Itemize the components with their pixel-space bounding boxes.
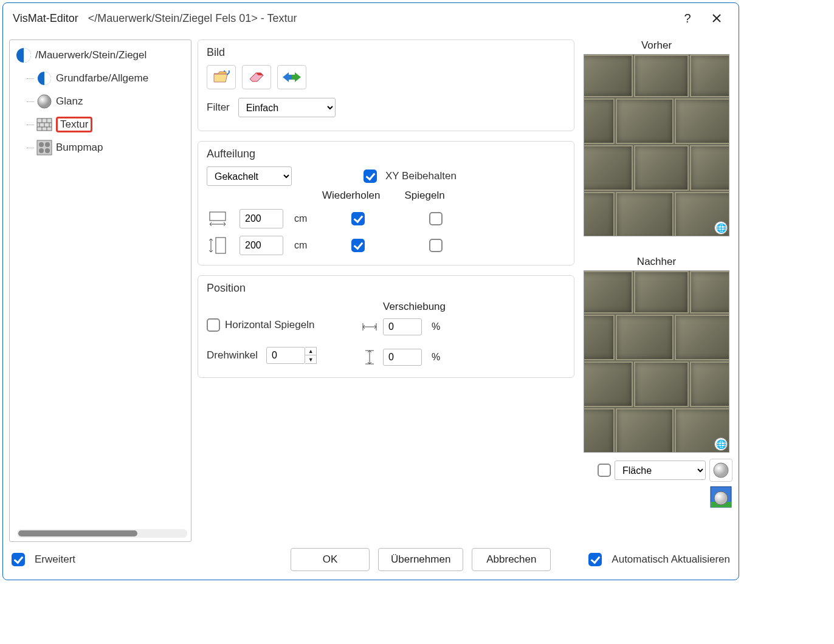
group-image: Bild Filter (198, 39, 574, 131)
tree-item-textur[interactable]: Textur (13, 113, 191, 136)
group-image-title: Bild (207, 46, 565, 59)
hmirror-checkbox[interactable] (207, 318, 220, 332)
surface-select[interactable]: Fläche (615, 461, 706, 480)
height-axis-icon (207, 236, 229, 255)
group-tiling-title: Aufteilung (207, 148, 565, 160)
hmirror-label: Horizontal Spiegeln (225, 319, 314, 331)
preview-column: Vorher 🌐 Nachher (581, 39, 732, 542)
col-repeat-label: Wiederholen (322, 190, 380, 202)
preview-environment-button[interactable] (709, 485, 732, 509)
keep-xy-checkbox[interactable] (364, 170, 377, 183)
preview-before: 🌐 (584, 54, 729, 236)
close-button[interactable] (705, 9, 729, 27)
tile-x-input[interactable] (240, 209, 283, 228)
tree-item-bumpmap[interactable]: Bumpmap (13, 136, 191, 159)
bricks-icon (36, 117, 52, 132)
surface-checkbox[interactable] (598, 464, 611, 477)
tree-root-label: /Mauerwerk/Stein/Ziegel (35, 49, 146, 61)
svg-point-19 (39, 148, 44, 153)
repeat-y-checkbox[interactable] (351, 239, 365, 252)
settings-panel: Bild Filter (198, 39, 574, 542)
shift-y-icon (359, 348, 381, 366)
group-position-title: Position (207, 282, 565, 295)
window-title-path: </Mauerwerk/Stein/Ziegel Fels 01> - Text… (88, 12, 297, 25)
svg-marker-25 (292, 72, 301, 82)
group-tiling: Aufteilung Gekachelt XY Beibehalten Wied… (198, 141, 574, 265)
mirror-x-checkbox[interactable] (429, 212, 443, 225)
width-axis-icon (207, 210, 229, 228)
svg-point-20 (45, 148, 50, 153)
col-mirror-label: Spiegeln (404, 190, 444, 202)
app-name: VisMat-Editor (13, 12, 78, 25)
svg-point-18 (45, 142, 50, 147)
preview-before-label: Vorher (641, 39, 672, 52)
unit-label: cm (294, 213, 314, 224)
tree-panel: /Mauerwerk/Stein/Ziegel Grundfarbe/Allge… (9, 39, 191, 542)
svg-rect-16 (37, 140, 52, 155)
shift-y-input[interactable] (383, 349, 422, 366)
shift-title: Verschiebung (383, 301, 565, 313)
sky-sphere-icon (710, 486, 732, 508)
svg-rect-28 (216, 238, 226, 253)
keep-xy-label: XY Beibehalten (385, 170, 457, 182)
tree-root[interactable]: /Mauerwerk/Stein/Ziegel (13, 44, 191, 67)
tile-y-input[interactable] (240, 236, 283, 255)
footer: Erweitert OK Übernehmen Abbrechen Automa… (3, 542, 739, 580)
tree-item-label: Textur (56, 117, 92, 132)
advanced-label: Erweitert (35, 553, 75, 566)
svg-point-17 (39, 142, 44, 147)
shift-x-input[interactable] (383, 318, 422, 335)
sphere-blue-icon (16, 47, 32, 63)
shift-x-icon (359, 318, 381, 336)
sphere-grey-icon (36, 94, 52, 109)
tiling-mode-select[interactable]: Gekachelt (207, 166, 292, 186)
preview-shape-sphere-button[interactable] (709, 459, 732, 482)
tree-item-grundfarbe[interactable]: Grundfarbe/Allgeme (13, 67, 191, 90)
percent-label: % (432, 352, 450, 363)
tree-item-glanz[interactable]: Glanz (13, 90, 191, 113)
help-button[interactable]: ? (675, 9, 700, 27)
close-icon (712, 13, 722, 23)
globe-icon[interactable]: 🌐 (714, 221, 728, 235)
preview-after-label: Nachher (637, 256, 676, 268)
angle-step-up[interactable]: ▲ (305, 348, 316, 355)
tree-scroll[interactable]: /Mauerwerk/Stein/Ziegel Grundfarbe/Allge… (13, 44, 191, 526)
eraser-icon (249, 70, 264, 84)
svg-rect-26 (210, 212, 226, 221)
cancel-button[interactable]: Abbrechen (472, 548, 551, 571)
angle-label: Drehwinkel (207, 349, 258, 361)
percent-label: % (432, 321, 450, 332)
mirror-y-checkbox[interactable] (429, 239, 443, 252)
sphere-icon (712, 462, 729, 479)
unit-label: cm (294, 240, 314, 251)
ok-button[interactable]: OK (291, 548, 370, 571)
apply-button[interactable]: Übernehmen (378, 548, 463, 571)
sphere-blue-icon (36, 70, 52, 86)
open-file-button[interactable] (207, 65, 236, 89)
filter-label: Filter (207, 101, 230, 114)
preview-after: 🌐 (584, 270, 729, 453)
group-position: Position Verschiebung Horizontal Spiegel… (198, 275, 574, 378)
folder-open-icon (213, 70, 230, 84)
swap-button[interactable] (277, 65, 306, 89)
swap-arrows-icon (281, 70, 302, 84)
angle-step-down[interactable]: ▼ (305, 355, 316, 363)
svg-point-5 (38, 95, 51, 108)
erase-button[interactable] (242, 65, 271, 89)
globe-icon[interactable]: 🌐 (714, 437, 728, 451)
auto-refresh-checkbox[interactable] (588, 553, 602, 566)
tree-horizontal-scrollbar[interactable] (17, 529, 187, 538)
tree-item-label: Bumpmap (56, 142, 103, 154)
window: VisMat-Editor </Mauerwerk/Stein/Ziegel F… (2, 2, 739, 580)
tree-item-label: Glanz (56, 95, 83, 108)
angle-input[interactable] (266, 347, 305, 364)
advanced-checkbox[interactable] (12, 553, 25, 566)
titlebar: VisMat-Editor </Mauerwerk/Stein/Ziegel F… (3, 3, 739, 33)
svg-marker-24 (283, 72, 292, 82)
filter-select[interactable]: Einfach (238, 98, 336, 117)
repeat-x-checkbox[interactable] (351, 212, 365, 225)
svg-point-39 (714, 492, 728, 505)
auto-refresh-label: Automatisch Aktualisieren (612, 553, 730, 566)
tree-item-label: Grundfarbe/Allgeme (56, 72, 148, 84)
dots-icon (36, 140, 52, 156)
